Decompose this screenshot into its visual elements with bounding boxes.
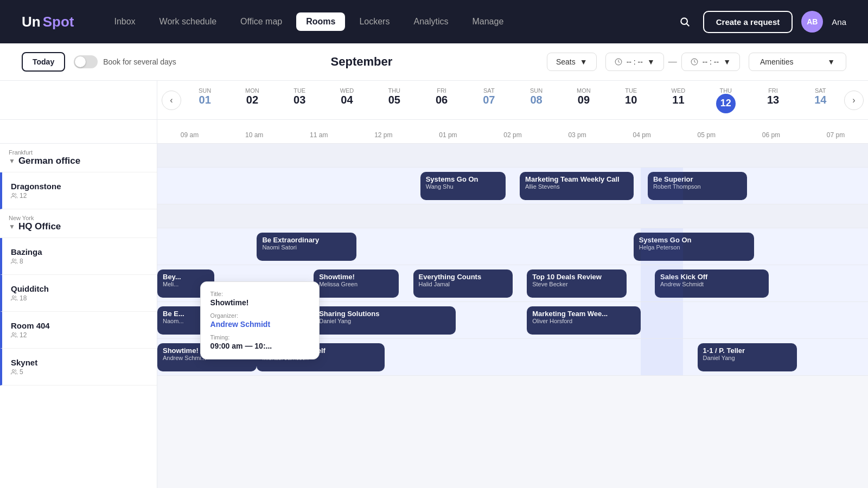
today-highlight	[641, 302, 684, 338]
event-person: Oliver Horsford	[532, 318, 635, 324]
event-person: Daniel Yang	[319, 318, 450, 324]
time-slot-01-pm: 01 pm	[416, 131, 480, 139]
day-cell-06[interactable]: Fri06	[418, 83, 465, 118]
days-list: Sun01Mon02Tue03Wed04Thu05Fri06Sat07Sun08…	[181, 83, 844, 118]
group-newyork-name-row: ▼ HQ Office	[9, 221, 148, 232]
create-request-button[interactable]: Create a request	[703, 11, 793, 33]
event-person: Andrew Schmidt	[660, 281, 763, 287]
event-everything-counts[interactable]: Everything Counts Halid Jamal	[413, 269, 513, 298]
room-bazinga: Bazinga 8	[0, 238, 157, 275]
group-frankfurt-name-row: ▼ German office	[9, 156, 148, 166]
room-room404: Room 404 12	[0, 312, 157, 349]
event-sharing-solutions[interactable]: Sharing Solutions Daniel Yang	[314, 306, 456, 335]
event-person: Melissa Green	[319, 281, 393, 287]
group-newyork-name: HQ Office	[18, 221, 61, 232]
event-title: Top 10 Deals Review	[532, 273, 621, 281]
room-bazinga-name: Bazinga	[11, 247, 148, 256]
day-cell-03[interactable]: Tue03	[276, 83, 323, 118]
event-systems-go-on-2[interactable]: Systems Go On Helga Peterson	[634, 233, 755, 261]
quidditch-timeline-row: Bey... Meli... Showtime! Melissa Green E…	[157, 265, 868, 302]
room-quidditch-capacity: 18	[11, 294, 148, 302]
collapse-newyork-icon[interactable]: ▼	[9, 223, 15, 230]
day-cell-09[interactable]: Mon09	[560, 83, 607, 118]
group-newyork-label: New York	[9, 215, 148, 221]
start-time-dropdown[interactable]: -- : -- ▼	[605, 53, 664, 71]
seats-dropdown[interactable]: Seats ▼	[547, 53, 597, 71]
day-cell-02[interactable]: Mon02	[228, 83, 276, 118]
time-range: -- : -- ▼ — -- : -- ▼	[605, 53, 740, 71]
svg-point-7	[12, 333, 15, 335]
month-title: September	[185, 55, 538, 69]
event-title: Marketing Team Weekly Call	[525, 175, 628, 183]
group-frankfurt-timeline-row	[157, 144, 868, 168]
event-person: Robert Thompson	[653, 183, 742, 190]
today-button[interactable]: Today	[22, 52, 65, 72]
collapse-frankfurt-icon[interactable]: ▼	[9, 157, 15, 165]
room-skynet-name: Skynet	[11, 358, 148, 367]
event-be-superior[interactable]: Be Superior Robert Thompson	[648, 172, 747, 200]
day-cell-07[interactable]: Sat07	[465, 83, 513, 118]
next-week-button[interactable]: ›	[844, 91, 864, 110]
dragonstone-timeline-row: Systems Go On Wang Shu Marketing Team We…	[157, 168, 868, 204]
nav-analytics[interactable]: Analytics	[404, 12, 458, 31]
room-room404-capacity: 12	[11, 331, 148, 339]
day-cell-11[interactable]: Wed11	[655, 83, 702, 118]
day-cell-08[interactable]: Sun08	[513, 83, 560, 118]
time-header: 09 am10 am11 am12 pm01 pm02 pm03 pm04 pm…	[157, 120, 868, 144]
room-dragonstone-name: Dragonstone	[11, 182, 148, 191]
nav-inbox[interactable]: Inbox	[104, 12, 145, 31]
nav-work-schedule[interactable]: Work schedule	[150, 12, 227, 31]
event-top-10-deals[interactable]: Top 10 Deals Review Steve Becker	[527, 269, 626, 298]
room-dragonstone-capacity: 12	[11, 192, 148, 200]
event-person: Halid Jamal	[419, 281, 507, 287]
event-1-1-p-teller[interactable]: 1-1 / P. Teller Daniel Yang	[698, 343, 797, 371]
nav-rooms[interactable]: Rooms	[296, 12, 345, 31]
event-title: Everything Counts	[419, 273, 507, 281]
time-slot-06-pm: 06 pm	[739, 131, 803, 139]
nav-lockers[interactable]: Lockers	[349, 12, 399, 31]
logo: UnSpot	[22, 14, 74, 30]
event-title: Showtime!	[319, 273, 393, 281]
logo-spot: Spot	[43, 14, 74, 30]
event-marketing-wee[interactable]: Marketing Team Wee... Oliver Horsford	[527, 306, 641, 335]
day-cell-10[interactable]: Tue10	[608, 83, 655, 118]
tooltip-title-label: Title:	[210, 291, 309, 297]
event-systems-go-on[interactable]: Systems Go On Wang Shu	[420, 172, 506, 200]
time-header-spacer	[0, 120, 157, 144]
event-showtime-1[interactable]: Showtime! Melissa Green	[314, 269, 399, 298]
amenities-dropdown[interactable]: Amenities ▼	[749, 53, 846, 71]
main-nav: Inbox Work schedule Office map Rooms Loc…	[104, 12, 657, 31]
event-title: Be Superior	[653, 175, 742, 183]
room-quidditch: Quidditch 18	[0, 275, 157, 312]
svg-point-5	[12, 259, 15, 261]
prev-week-button[interactable]: ‹	[162, 91, 181, 110]
svg-point-6	[12, 296, 15, 298]
rooms-sidebar: Frankfurt ▼ German office Dragonstone 12…	[0, 120, 157, 488]
day-cell-05[interactable]: Thu05	[371, 83, 418, 118]
room-room404-name: Room 404	[11, 321, 148, 330]
event-marketing-weekly[interactable]: Marketing Team Weekly Call Allie Stevens	[520, 172, 634, 200]
group-frankfurt-header: Frankfurt ▼ German office	[0, 144, 157, 172]
book-several-days-toggle[interactable]	[74, 55, 98, 68]
event-title: Systems Go On	[426, 175, 500, 183]
day-cell-13[interactable]: Fri13	[749, 83, 796, 118]
user-name: Ana	[832, 17, 846, 27]
event-title: Marketing Team Wee...	[532, 310, 635, 318]
search-icon[interactable]	[675, 12, 694, 31]
nav-manage[interactable]: Manage	[462, 12, 513, 31]
tooltip-title-value: Showtime!	[210, 298, 309, 307]
bazinga-timeline-row: Be Extraordinary Naomi Satori Systems Go…	[157, 228, 868, 265]
nav-office-map[interactable]: Office map	[231, 12, 292, 31]
days-nav-row: ‹ Sun01Mon02Tue03Wed04Thu05Fri06Sat07Sun…	[157, 83, 868, 118]
day-cell-04[interactable]: Wed04	[323, 83, 371, 118]
time-slot-11-am: 11 am	[286, 131, 351, 139]
end-time-dropdown[interactable]: -- : -- ▼	[681, 53, 740, 71]
day-cell-01[interactable]: Sun01	[181, 83, 228, 118]
event-sales-kick-off[interactable]: Sales Kick Off Andrew Schmidt	[655, 269, 769, 298]
header: UnSpot Inbox Work schedule Office map Ro…	[0, 0, 868, 43]
event-be-extraordinary[interactable]: Be Extraordinary Naomi Satori	[257, 233, 356, 261]
toggle-knob	[75, 56, 86, 67]
day-cell-12[interactable]: Thu12	[702, 83, 749, 118]
day-cell-14[interactable]: Sat14	[797, 83, 844, 118]
header-right: Create a request AB Ana	[675, 11, 846, 33]
